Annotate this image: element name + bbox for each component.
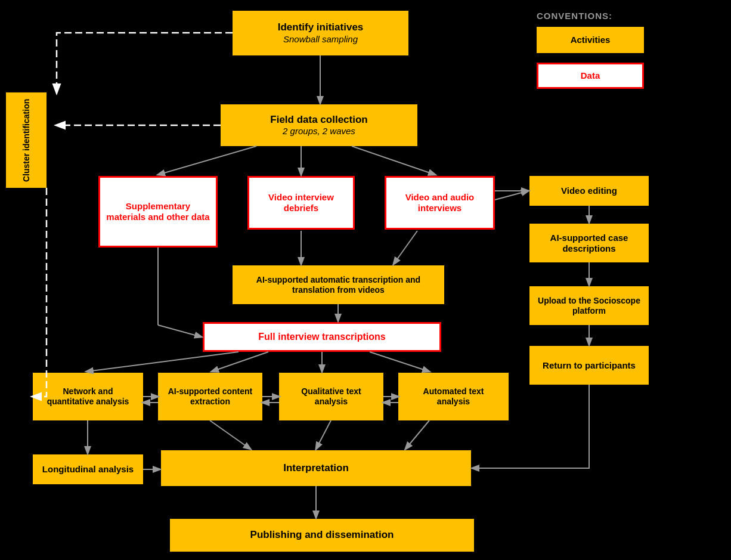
svg-line-3	[352, 146, 435, 175]
upload-box: Upload to the Socioscope platform	[529, 286, 649, 325]
automated-box: Automated text analysis	[398, 373, 509, 420]
convention-data: Data	[537, 63, 644, 89]
conventions-title: CONVENTIONS:	[537, 11, 612, 21]
svg-line-21	[210, 420, 250, 449]
svg-line-9	[394, 231, 417, 264]
video-debriefs-box: Video interview debriefs	[247, 176, 355, 230]
svg-line-22	[316, 420, 331, 449]
full-transcriptions-box: Full interview transcriptions	[203, 322, 441, 352]
return-box: Return to participants	[529, 346, 649, 385]
svg-line-12	[86, 352, 238, 372]
svg-line-13	[212, 352, 268, 372]
longitudinal-box: Longitudinal analysis	[33, 454, 143, 484]
video-editing-box: Video editing	[529, 176, 649, 206]
ai-case-box: AI-supported case descriptions	[529, 224, 649, 262]
svg-line-4	[495, 191, 528, 200]
convention-activities: Activities	[537, 27, 644, 53]
cluster-box: Cluster identification	[6, 92, 47, 188]
interpretation-box: Interpretation	[161, 450, 471, 486]
svg-line-15	[370, 352, 429, 372]
svg-line-27	[158, 325, 202, 337]
qualitative-box: Qualitative text analysis	[279, 373, 383, 420]
svg-line-1	[158, 146, 256, 175]
video-audio-box: Video and audio interviews	[385, 176, 495, 230]
network-box: Network and quantitative analysis	[33, 373, 143, 420]
publishing-box: Publishing and dissemination	[170, 519, 474, 552]
supplementary-box: Supplementary materials and other data	[98, 176, 218, 247]
ai-content-box: AI-supported content extraction	[158, 373, 262, 420]
identify-box: Identify initiatives Snowball sampling	[233, 11, 408, 55]
svg-line-23	[405, 420, 429, 449]
field-data-box: Field data collection 2 groups, 2 waves	[221, 104, 417, 146]
ai-transcription-box: AI-supported automatic transcription and…	[233, 265, 444, 304]
